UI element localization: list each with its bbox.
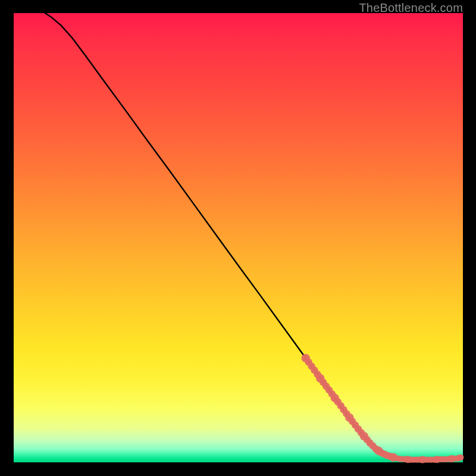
chart-dot [458,455,464,461]
chart-frame [14,13,463,462]
chart-highlight-dots [302,354,464,464]
attribution-label: TheBottleneck.com [359,1,463,15]
chart-overlay-svg [14,13,463,462]
chart-line [45,13,461,459]
chart-line-path [45,13,461,459]
